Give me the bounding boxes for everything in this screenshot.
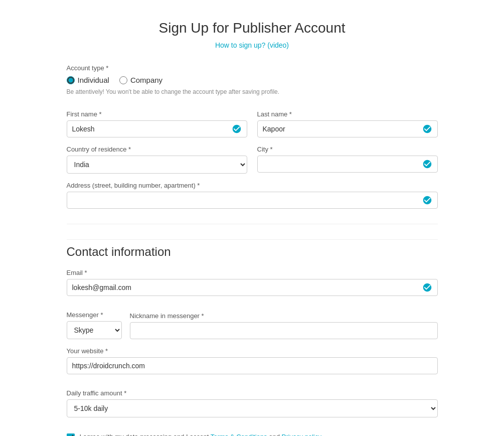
email-input-wrapper <box>67 279 438 296</box>
contact-section-title: Contact information <box>67 239 438 259</box>
last-name-label: Last name * <box>257 110 438 118</box>
nickname-label: Nickname in messenger * <box>130 312 438 320</box>
email-check-icon <box>422 282 433 293</box>
city-input-wrapper <box>257 156 438 173</box>
last-name-check-icon <box>422 123 433 134</box>
website-input[interactable] <box>67 357 438 374</box>
radio-company-label: Company <box>130 76 162 84</box>
radio-individual[interactable]: Individual <box>67 76 109 84</box>
first-name-label: First name * <box>67 110 247 118</box>
nickname-input[interactable] <box>130 322 438 339</box>
email-input[interactable] <box>67 279 438 296</box>
email-group: Email * <box>67 269 438 296</box>
radio-company[interactable]: Company <box>119 76 162 84</box>
city-input[interactable] <box>257 156 438 173</box>
radio-individual-label: Individual <box>78 76 109 84</box>
traffic-label: Daily traffic amount * <box>67 389 438 397</box>
account-type-label: Account type * <box>67 64 438 72</box>
traffic-group: Daily traffic amount * 5-10k daily 10-50… <box>67 389 438 417</box>
country-label: Country of residence * <box>67 146 247 153</box>
address-input[interactable] <box>67 192 438 209</box>
messenger-row: Messenger * Skype Telegram WhatsApp Vibe… <box>67 311 438 339</box>
terms-checkbox-row: I agree with my data processing and I ac… <box>67 432 438 436</box>
first-name-check-icon <box>231 123 242 134</box>
country-city-row: Country of residence * India United Stat… <box>67 146 438 174</box>
first-name-input-wrapper <box>67 120 247 137</box>
city-label: City * <box>257 146 438 153</box>
country-select[interactable]: India United States United Kingdom Germa… <box>67 156 247 174</box>
address-group: Address (street, building number, apartm… <box>67 182 438 209</box>
how-to-link[interactable]: How to sign up? (video) <box>215 41 289 49</box>
radio-company-input[interactable] <box>119 76 127 84</box>
address-check-icon <box>422 195 433 206</box>
radio-individual-input[interactable] <box>67 76 75 84</box>
country-group: Country of residence * India United Stat… <box>67 146 247 174</box>
section-divider <box>67 224 438 224</box>
messenger-group: Messenger * Skype Telegram WhatsApp Vibe… <box>67 311 122 339</box>
terms-checkbox[interactable] <box>67 433 75 436</box>
name-row: First name * Last name * <box>67 110 438 137</box>
first-name-group: First name * <box>67 110 247 137</box>
how-to-link-container: How to sign up? (video) <box>67 41 438 49</box>
email-label: Email * <box>67 269 438 276</box>
website-label: Your website * <box>67 347 438 355</box>
privacy-link[interactable]: Privacy policy <box>282 433 321 436</box>
account-type-radio-group: Individual Company <box>67 76 438 84</box>
city-check-icon <box>422 159 433 170</box>
last-name-input-wrapper <box>257 120 438 137</box>
nickname-input-wrapper <box>130 322 438 339</box>
contact-section: Contact information Email * Messenger * … <box>67 239 438 436</box>
website-group: Your website * <box>67 347 438 374</box>
nickname-group: Nickname in messenger * <box>130 312 438 339</box>
account-type-note: Be attentively! You won't be able to cha… <box>67 88 438 95</box>
messenger-select[interactable]: Skype Telegram WhatsApp Viber <box>67 321 122 339</box>
page-title: Sign Up for Publisher Account <box>67 20 438 36</box>
page-wrapper: Sign Up for Publisher Account How to sig… <box>57 0 448 436</box>
traffic-select[interactable]: 5-10k daily 10-50k daily 50-100k daily 1… <box>67 399 438 417</box>
terms-link[interactable]: Terms & Conditions <box>211 433 267 436</box>
address-input-wrapper <box>67 192 438 209</box>
last-name-input[interactable] <box>257 120 438 137</box>
last-name-group: Last name * <box>257 110 438 137</box>
website-input-wrapper <box>67 357 438 374</box>
account-type-section: Account type * Individual Company Be att… <box>67 64 438 95</box>
terms-label: I agree with my data processing and I ac… <box>80 432 321 436</box>
messenger-label: Messenger * <box>67 311 122 319</box>
city-group: City * <box>257 146 438 174</box>
address-label: Address (street, building number, apartm… <box>67 182 438 189</box>
first-name-input[interactable] <box>67 120 247 137</box>
